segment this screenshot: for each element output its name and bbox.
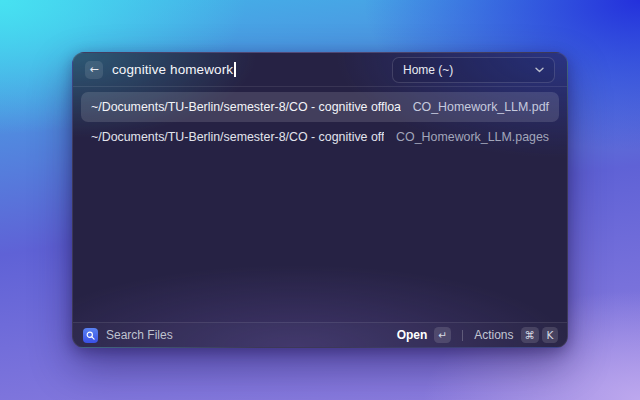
- result-path: ~/Documents/TU-Berlin/semester-8/CO - co…: [91, 100, 401, 114]
- search-input[interactable]: cognitive homework: [112, 62, 236, 77]
- back-button[interactable]: ←: [85, 61, 103, 79]
- k-key-badge: K: [542, 327, 558, 343]
- footer-divider: [462, 330, 463, 341]
- footer-actions: Open ↵ Actions ⌘ K: [397, 327, 558, 343]
- result-filename: CO_Homework_LLM.pages: [396, 130, 549, 144]
- search-input-value: cognitive homework: [112, 62, 233, 77]
- results-list: ~/Documents/TU-Berlin/semester-8/CO - co…: [73, 87, 567, 152]
- cmd-key-badge: ⌘: [521, 327, 540, 343]
- open-button[interactable]: Open: [397, 328, 428, 342]
- left-arrow-icon: ←: [89, 63, 98, 76]
- launcher-window: ← cognitive homework Home (~) ~/Document…: [72, 52, 568, 348]
- result-row-selected[interactable]: ~/Documents/TU-Berlin/semester-8/CO - co…: [81, 92, 559, 122]
- scope-dropdown-value: Home (~): [403, 63, 453, 77]
- search-header: ← cognitive homework Home (~): [73, 53, 567, 87]
- result-row[interactable]: ~/Documents/TU-Berlin/semester-8/CO - co…: [81, 122, 559, 152]
- result-path: ~/Documents/TU-Berlin/semester-8/CO - co…: [91, 130, 384, 144]
- scope-dropdown[interactable]: Home (~): [392, 57, 555, 83]
- enter-key-badge: ↵: [434, 327, 451, 343]
- footer-bar: Search Files Open ↵ Actions ⌘ K: [73, 322, 567, 347]
- chevron-down-icon: [535, 67, 544, 73]
- result-filename: CO_Homework_LLM.pdf: [413, 100, 549, 114]
- empty-results-area: [73, 152, 567, 322]
- search-files-icon: [83, 328, 98, 343]
- footer-app-name: Search Files: [106, 328, 173, 342]
- text-caret: [234, 62, 236, 77]
- actions-button[interactable]: Actions: [474, 328, 513, 342]
